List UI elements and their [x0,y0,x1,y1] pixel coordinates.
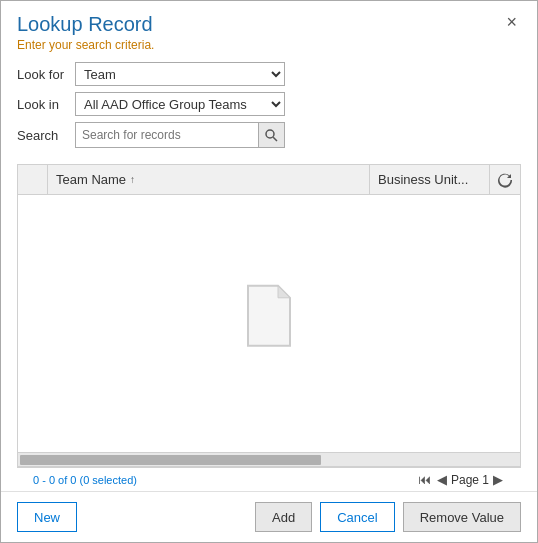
table-body [18,195,520,452]
header-checkbox-cell [18,165,48,194]
search-label: Search [17,128,75,143]
remove-value-button[interactable]: Remove Value [403,502,521,532]
page-label: Page 1 [451,473,489,487]
dialog-subtitle: Enter your search criteria. [17,38,154,52]
svg-line-1 [273,137,277,141]
empty-state-icon [242,283,296,350]
lookup-record-dialog: Lookup Record Enter your search criteria… [0,0,538,543]
look-for-select[interactable]: Team [75,62,285,86]
search-button[interactable] [258,123,284,147]
next-page-button[interactable]: ▶ [491,472,505,487]
search-icon [265,129,278,142]
look-in-row: Look in All AAD Office Group Teams [17,92,521,116]
search-input[interactable] [76,123,258,147]
pagination: ⏮ ◀ Page 1 ▶ [416,472,505,487]
search-field-wrap [75,122,285,148]
search-wrap [75,122,521,148]
look-in-wrap: All AAD Office Group Teams [75,92,521,116]
svg-point-0 [266,130,274,138]
header-business-unit[interactable]: Business Unit... [370,165,490,194]
horizontal-scrollbar[interactable] [18,452,520,466]
look-for-row: Look for Team [17,62,521,86]
refresh-button[interactable] [490,165,520,194]
header-team-name[interactable]: Team Name ↑ [48,165,370,194]
look-for-label: Look for [17,67,75,82]
status-bar: 0 - 0 of 0 (0 selected) ⏮ ◀ Page 1 ▶ [17,467,521,491]
table-header: Team Name ↑ Business Unit... [18,165,520,195]
sort-asc-icon: ↑ [130,174,135,185]
search-row: Search [17,122,521,148]
team-name-label: Team Name [56,172,126,187]
dialog-header: Lookup Record Enter your search criteria… [1,1,537,56]
new-button[interactable]: New [17,502,77,532]
add-button[interactable]: Add [255,502,312,532]
business-unit-label: Business Unit... [378,172,468,187]
form-section: Look for Team Look in All AAD Office Gro… [1,56,537,164]
look-in-select[interactable]: All AAD Office Group Teams [75,92,285,116]
first-page-button[interactable]: ⏮ [416,472,433,487]
look-in-label: Look in [17,97,75,112]
record-count: 0 - 0 of 0 (0 selected) [33,474,137,486]
scrollbar-thumb [20,455,321,465]
cancel-button[interactable]: Cancel [320,502,394,532]
look-for-wrap: Team [75,62,521,86]
footer-right: Add Cancel Remove Value [255,502,521,532]
results-table: Team Name ↑ Business Unit... [17,164,521,467]
refresh-icon [497,172,513,188]
footer-left: New [17,502,77,532]
header-text: Lookup Record Enter your search criteria… [17,13,154,52]
close-button[interactable]: × [502,13,521,31]
dialog-title: Lookup Record [17,13,154,36]
prev-page-button[interactable]: ◀ [435,472,449,487]
dialog-footer: New Add Cancel Remove Value [1,491,537,542]
